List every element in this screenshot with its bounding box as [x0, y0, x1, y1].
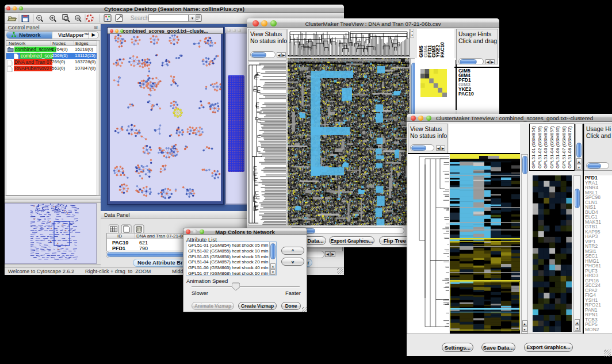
- svg-text:Search:: Search:: [131, 15, 150, 21]
- svg-text:GPL51-06 (GSM865): GPL51-06 (GSM865): [555, 126, 560, 168]
- svg-text:GPL51-03 (GSM856): GPL51-03 (GSM856): [543, 126, 548, 168]
- svg-text:GPL51-07 (GSM868): GPL51-07 (GSM868): [561, 126, 567, 168]
- svg-text:GPL51-04 (GSM857): GPL51-04 (GSM857): [549, 126, 554, 168]
- svg-text:GPL51-08 (GSM872): GPL51-08 (GSM872): [567, 126, 572, 168]
- svg-text:PAC10: PAC10: [439, 42, 445, 58]
- svg-text:GPL51-01 (GSM854): GPL51-01 (GSM854): [531, 126, 536, 168]
- svg-text:GPL51-02 (GSM855): GPL51-02 (GSM855): [537, 126, 542, 168]
